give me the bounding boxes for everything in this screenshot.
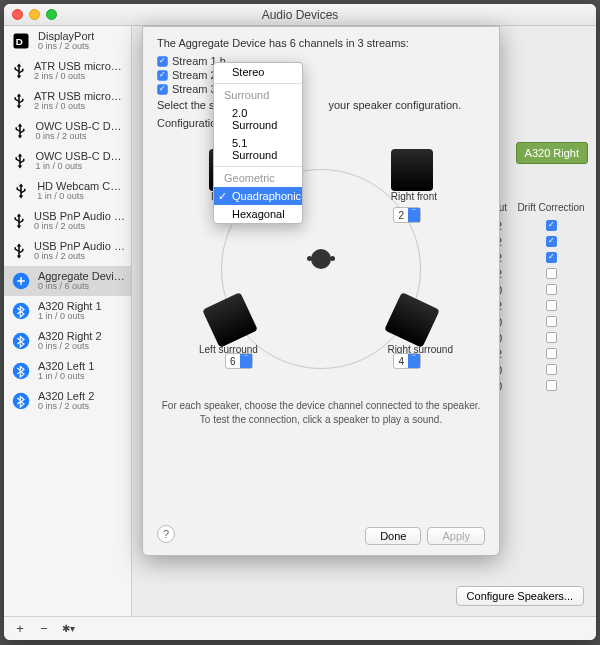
menu-item-stereo[interactable]: Stereo [214, 63, 302, 81]
device-status: 0 ins / 2 outs [38, 402, 94, 412]
help-button[interactable]: ? [157, 525, 175, 543]
menu-item-quadraphonic[interactable]: Quadraphonic [214, 187, 302, 205]
device-status: 0 ins / 2 outs [38, 42, 94, 52]
usb-icon [10, 60, 28, 82]
device-displayport[interactable]: DDisplayPort0 ins / 2 outs [4, 26, 131, 56]
device-a320-left-1[interactable]: A320 Left 11 in / 0 outs [4, 356, 131, 386]
svg-text:D: D [16, 36, 23, 47]
gear-menu-button[interactable]: ✱▾ [58, 623, 78, 634]
device-usb-pnp-audio-devi-[interactable]: USB PnP Audio Devi…0 ins / 2 outs [4, 206, 131, 236]
apply-button[interactable]: Apply [427, 527, 485, 545]
device-badge: A320 Right [516, 142, 588, 164]
window-title: Audio Devices [4, 8, 596, 22]
device-status: 1 in / 0 outs [38, 372, 94, 382]
device-status: 0 ins / 2 outs [35, 132, 125, 142]
stream-checkbox[interactable] [157, 84, 167, 94]
configuration-menu[interactable]: StereoSurround2.0 Surround5.1 SurroundGe… [213, 62, 303, 224]
device-atr-usb-microphon-[interactable]: ATR USB microphon…2 ins / 0 outs [4, 56, 131, 86]
agg-icon [10, 270, 32, 292]
usb-icon [10, 240, 28, 262]
channel-right-surround[interactable]: 4 [393, 353, 421, 369]
usb-icon [10, 180, 31, 202]
audio-devices-window: Audio Devices DDisplayPort0 ins / 2 outs… [4, 4, 596, 640]
configuration-row: Configuration [157, 117, 485, 129]
sheet-hint: For each speaker, choose the device chan… [157, 399, 485, 427]
device-aggregate-device[interactable]: Aggregate Device0 ins / 6 outs [4, 266, 131, 296]
drift-checkbox[interactable] [546, 236, 557, 247]
titlebar: Audio Devices [4, 4, 596, 26]
listener-icon [311, 249, 331, 269]
col-drift: Drift Correction [516, 202, 586, 213]
drift-checkbox[interactable] [546, 332, 557, 343]
device-status: 0 ins / 2 outs [38, 342, 102, 352]
drift-checkbox[interactable] [546, 380, 557, 391]
device-a320-left-2[interactable]: A320 Left 20 ins / 2 outs [4, 386, 131, 416]
device-hd-webcam-c615[interactable]: HD Webcam C6151 in / 0 outs [4, 176, 131, 206]
device-status: 1 in / 0 outs [35, 162, 125, 172]
speaker-config-sheet: The Aggregate Device has 6 channels in 3… [142, 26, 500, 556]
done-button[interactable]: Done [365, 527, 421, 545]
bt-icon [10, 360, 32, 382]
channel-left-surround[interactable]: 6 [225, 353, 253, 369]
device-status: 0 ins / 6 outs [38, 282, 125, 292]
speaker-right-front[interactable] [391, 149, 433, 191]
usb-icon [10, 210, 28, 232]
label-right-front: Right front [391, 191, 437, 202]
menu-item-2-0-surround[interactable]: 2.0 Surround [214, 104, 302, 134]
stream-checkbox[interactable] [157, 70, 167, 80]
bt-icon [10, 330, 32, 352]
select-stream-label: Select the strea your speaker configurat… [157, 99, 485, 111]
svg-rect-4 [20, 277, 22, 285]
device-a320-right-2[interactable]: A320 Right 20 ins / 2 outs [4, 326, 131, 356]
device-status: 1 in / 0 outs [37, 192, 125, 202]
device-status: 2 ins / 0 outs [34, 102, 125, 112]
menu-item-5-1-surround[interactable]: 5.1 Surround [214, 134, 302, 164]
menu-item-surround: Surround [214, 86, 302, 104]
bt-icon [10, 300, 32, 322]
device-owc-usb-c-dock-1[interactable]: OWC USB-C Dock 10 ins / 2 outs [4, 116, 131, 146]
device-a320-right-1[interactable]: A320 Right 11 in / 0 outs [4, 296, 131, 326]
device-status: 1 in / 0 outs [38, 312, 102, 322]
drift-checkbox[interactable] [546, 364, 557, 375]
bt-icon [10, 390, 32, 412]
device-status: 2 ins / 0 outs [34, 72, 125, 82]
drift-checkbox[interactable] [546, 348, 557, 359]
device-usb-pnp-audio-devi-[interactable]: USB PnP Audio Devi…0 ins / 2 outs [4, 236, 131, 266]
remove-button[interactable]: − [34, 621, 54, 636]
stream-checkbox[interactable] [157, 56, 167, 66]
stream-checkbox-row: Stream 2 h [157, 69, 485, 81]
device-atr-usb-microphon-[interactable]: ATR USB microphon…2 ins / 0 outs [4, 86, 131, 116]
dp-icon: D [10, 30, 32, 52]
drift-checkbox[interactable] [546, 268, 557, 279]
drift-checkbox[interactable] [546, 284, 557, 295]
channel-right-front[interactable]: 2 [393, 207, 421, 223]
sidebar-footer: + − ✱▾ [4, 616, 596, 640]
menu-item-geometric: Geometric [214, 169, 302, 187]
add-button[interactable]: + [10, 621, 30, 636]
device-sidebar: DDisplayPort0 ins / 2 outsATR USB microp… [4, 26, 132, 616]
drift-checkbox[interactable] [546, 252, 557, 263]
device-owc-usb-c-dock-2[interactable]: OWC USB-C Dock 21 in / 0 outs [4, 146, 131, 176]
menu-item-hexagonal[interactable]: Hexagonal [214, 205, 302, 223]
stream-checkbox-row: Stream 3 h [157, 83, 485, 95]
drift-checkbox[interactable] [546, 220, 557, 231]
drift-checkbox[interactable] [546, 300, 557, 311]
stream-checkbox-row: Stream 1 h [157, 55, 485, 67]
usb-icon [10, 150, 29, 172]
configure-speakers-button[interactable]: Configure Speakers... [456, 586, 584, 606]
device-status: 0 ins / 2 outs [34, 252, 125, 262]
sheet-intro: The Aggregate Device has 6 channels in 3… [157, 37, 485, 49]
device-status: 0 ins / 2 outs [34, 222, 125, 232]
usb-icon [10, 90, 28, 112]
usb-icon [10, 120, 29, 142]
drift-checkbox[interactable] [546, 316, 557, 327]
